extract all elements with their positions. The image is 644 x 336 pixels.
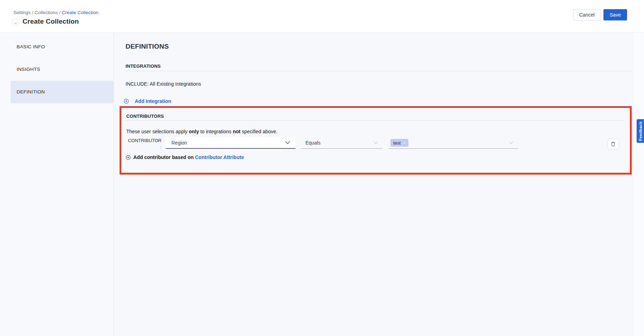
right-gutter xyxy=(633,33,644,336)
sidebar-nav: BASIC INFO INSIGHTS DEFINITION xyxy=(0,36,114,103)
include-integrations-text: INCLUDE: All Existing Integrations xyxy=(126,81,201,87)
note-text: to integrations xyxy=(199,129,233,134)
breadcrumb-create-collection: Create Collection xyxy=(62,10,98,15)
main-panel: DEFINITIONS INTEGRATIONS INCLUDE: All Ex… xyxy=(114,33,644,336)
add-contributor-text: Add contributor based on Contributor Att… xyxy=(133,154,244,160)
note-text: specified above. xyxy=(241,129,278,134)
add-contributor-row[interactable]: Add contributor based on Contributor Att… xyxy=(126,154,244,160)
add-integration-button[interactable]: Add Integration xyxy=(124,98,171,104)
attribute-select-value: Region xyxy=(171,140,187,146)
integrations-divider xyxy=(125,71,631,71)
page-title: Create Collection xyxy=(23,18,79,25)
note-bold-not: not xyxy=(233,129,241,134)
breadcrumb-collections[interactable]: Collections xyxy=(35,10,58,15)
trash-icon xyxy=(611,141,615,147)
contributor-row-label: CONTRIBUTOR : xyxy=(126,138,162,150)
circle-plus-icon xyxy=(124,99,129,104)
back-button[interactable]: ← xyxy=(12,19,19,26)
breadcrumb: Settings / Collections / Create Collecti… xyxy=(13,10,98,15)
note-text: These user selections apply xyxy=(126,129,189,134)
chevron-down-icon xyxy=(285,141,290,144)
attribute-select[interactable]: Region xyxy=(166,137,296,149)
add-contributor-prefix: Add contributor based on xyxy=(133,154,195,160)
breadcrumb-settings[interactable]: Settings xyxy=(13,10,31,15)
delete-rule-button[interactable] xyxy=(607,139,619,149)
value-tag-label: test xyxy=(393,140,401,146)
contributors-divider xyxy=(126,120,624,121)
tag-remove-icon[interactable]: × xyxy=(403,141,406,145)
breadcrumb-separator: / xyxy=(31,10,35,15)
sidebar: BASIC INFO INSIGHTS DEFINITION xyxy=(0,33,114,336)
value-tag[interactable]: test × xyxy=(390,139,408,147)
sidebar-item-insights[interactable]: INSIGHTS xyxy=(11,58,114,81)
integrations-section-title: INTEGRATIONS xyxy=(126,63,161,69)
page-header: Settings / Collections / Create Collecti… xyxy=(0,0,644,32)
definitions-heading: DEFINITIONS xyxy=(126,43,169,50)
contributor-label-colon: : xyxy=(126,145,162,150)
feedback-tab-label: Feedback xyxy=(638,121,643,141)
cancel-button[interactable]: Cancel xyxy=(573,9,601,20)
feedback-tab[interactable]: Feedback xyxy=(637,119,644,143)
chevron-down-icon xyxy=(373,141,378,144)
contributors-section-title: CONTRIBUTORS xyxy=(126,114,164,119)
note-bold-only: only xyxy=(189,129,199,134)
contributor-attribute-link[interactable]: Contributor Attribute xyxy=(195,154,244,160)
chevron-down-icon xyxy=(509,141,514,144)
back-arrow-icon: ← xyxy=(13,20,18,25)
values-multiselect[interactable]: test × xyxy=(389,137,518,149)
sidebar-item-basic-info[interactable]: BASIC INFO xyxy=(11,36,114,58)
save-button[interactable]: Save xyxy=(603,9,627,20)
contributor-label-text: CONTRIBUTOR xyxy=(128,138,162,143)
contributors-note: These user selections apply only to inte… xyxy=(126,129,278,134)
add-integration-label: Add Integration xyxy=(135,98,171,104)
sidebar-item-definition[interactable]: DEFINITION xyxy=(11,81,114,103)
breadcrumb-separator: / xyxy=(58,10,62,15)
operator-select-value: Equals xyxy=(305,140,321,146)
operator-select[interactable]: Equals xyxy=(301,137,383,149)
content-area: BASIC INFO INSIGHTS DEFINITION DEFINITIO… xyxy=(0,32,644,336)
circle-plus-icon xyxy=(126,155,130,160)
create-collection-screen: Settings / Collections / Create Collecti… xyxy=(0,0,644,336)
